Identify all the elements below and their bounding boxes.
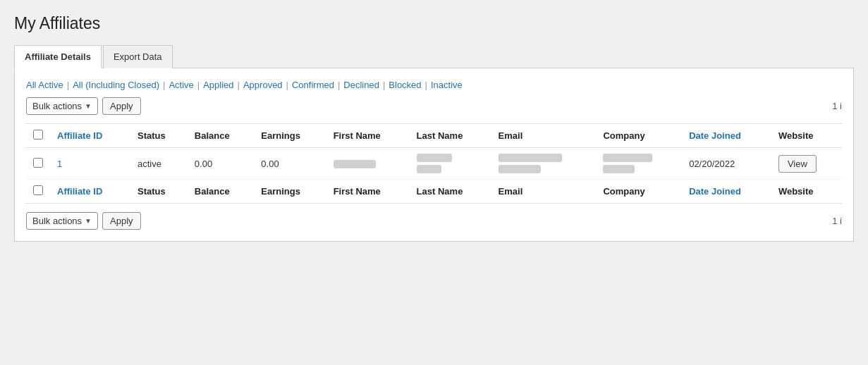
col-header-website-bottom: Website [771, 180, 842, 204]
row-email [491, 148, 597, 180]
row-date-joined: 02/20/2022 [682, 148, 771, 180]
view-button[interactable]: View [778, 155, 817, 173]
col-header-website: Website [771, 124, 842, 148]
row-status: active [130, 148, 188, 180]
top-toolbar: Bulk actions ▼ Apply 1 i [26, 97, 842, 115]
filter-applied[interactable]: Applied [203, 80, 233, 90]
tab-affiliate-details[interactable]: Affiliate Details [14, 45, 102, 68]
col-header-affiliate-id-bottom[interactable]: Affiliate ID [50, 180, 130, 204]
col-header-company: Company [596, 124, 682, 148]
bulk-actions-dropdown[interactable]: Bulk actions ▼ [26, 97, 98, 115]
col-header-last-name: Last Name [410, 124, 491, 148]
separator-7: | [383, 80, 385, 90]
bottom-bulk-actions-dropdown[interactable]: Bulk actions ▼ [26, 212, 98, 230]
select-all-header-bottom [26, 180, 50, 204]
separator-1: | [67, 80, 69, 90]
row-affiliate-id: 1 [50, 148, 130, 180]
row-checkbox[interactable] [33, 158, 43, 168]
col-header-affiliate-id[interactable]: Affiliate ID [50, 124, 130, 148]
col-header-email-bottom: Email [491, 180, 597, 204]
affiliates-table: Affiliate ID Status Balance Earnings Fir… [26, 123, 842, 204]
col-header-earnings-bottom: Earnings [254, 180, 326, 204]
row-balance: 0.00 [188, 148, 255, 180]
tabs-container: Affiliate Details Export Data [14, 44, 854, 68]
table-bottom-header-row: Affiliate ID Status Balance Earnings Fir… [26, 180, 842, 204]
separator-8: | [425, 80, 427, 90]
col-header-status-bottom: Status [130, 180, 188, 204]
bottom-apply-button[interactable]: Apply [102, 212, 141, 230]
col-header-company-bottom: Company [596, 180, 682, 204]
content-area: All Active | All (Including Closed) | Ac… [14, 68, 854, 242]
col-header-first-name-bottom: First Name [326, 180, 410, 204]
chevron-down-icon: ▼ [85, 102, 92, 110]
table-row: 1 active 0.00 0.00 [26, 148, 842, 180]
table-header-row: Affiliate ID Status Balance Earnings Fir… [26, 124, 842, 148]
last-name-blurred-2 [417, 165, 441, 173]
row-website: View [771, 148, 842, 180]
filter-all-active[interactable]: All Active [26, 80, 63, 90]
filter-all-including-closed[interactable]: All (Including Closed) [73, 80, 159, 90]
col-header-earnings: Earnings [254, 124, 326, 148]
affiliate-id-link[interactable]: 1 [57, 159, 62, 169]
separator-4: | [238, 80, 240, 90]
select-all-checkbox-bottom[interactable] [33, 185, 43, 195]
company-blurred-1 [603, 154, 652, 162]
separator-2: | [163, 80, 165, 90]
col-header-balance-bottom: Balance [188, 180, 255, 204]
col-header-last-name-bottom: Last Name [410, 180, 491, 204]
row-earnings: 0.00 [254, 148, 326, 180]
col-header-date-joined[interactable]: Date Joined [682, 124, 771, 148]
select-all-header [26, 124, 50, 148]
email-blurred-2 [499, 165, 541, 173]
email-blurred-1 [499, 154, 562, 162]
bottom-chevron-down-icon: ▼ [85, 217, 92, 225]
page-title: My Affiliates [14, 14, 854, 33]
filter-blocked[interactable]: Blocked [389, 80, 421, 90]
row-company [596, 148, 682, 180]
top-apply-button[interactable]: Apply [102, 97, 141, 115]
bottom-toolbar: Bulk actions ▼ Apply 1 i [26, 212, 842, 230]
filter-declined[interactable]: Declined [343, 80, 379, 90]
company-blurred-2 [603, 165, 635, 173]
row-last-name [410, 148, 491, 180]
last-name-blurred-1 [417, 154, 452, 162]
first-name-blurred [334, 160, 376, 168]
col-header-first-name: First Name [326, 124, 410, 148]
col-header-status: Status [130, 124, 188, 148]
col-header-balance: Balance [188, 124, 255, 148]
separator-5: | [286, 80, 288, 90]
separator-6: | [338, 80, 340, 90]
filter-confirmed[interactable]: Confirmed [292, 80, 334, 90]
col-header-date-joined-bottom[interactable]: Date Joined [682, 180, 771, 204]
col-header-email: Email [491, 124, 597, 148]
select-all-checkbox[interactable] [33, 130, 43, 140]
tab-export-data[interactable]: Export Data [103, 45, 173, 68]
top-page-count: 1 i [832, 101, 842, 111]
filter-active[interactable]: Active [169, 80, 193, 90]
separator-3: | [197, 80, 200, 90]
filter-approved[interactable]: Approved [243, 80, 283, 90]
filter-links: All Active | All (Including Closed) | Ac… [26, 80, 842, 90]
top-toolbar-left: Bulk actions ▼ Apply [26, 97, 141, 115]
row-checkbox-cell [26, 148, 50, 180]
bottom-toolbar-left: Bulk actions ▼ Apply [26, 212, 141, 230]
bottom-page-count: 1 i [832, 216, 842, 226]
row-first-name [326, 148, 410, 180]
filter-inactive[interactable]: Inactive [431, 80, 463, 90]
